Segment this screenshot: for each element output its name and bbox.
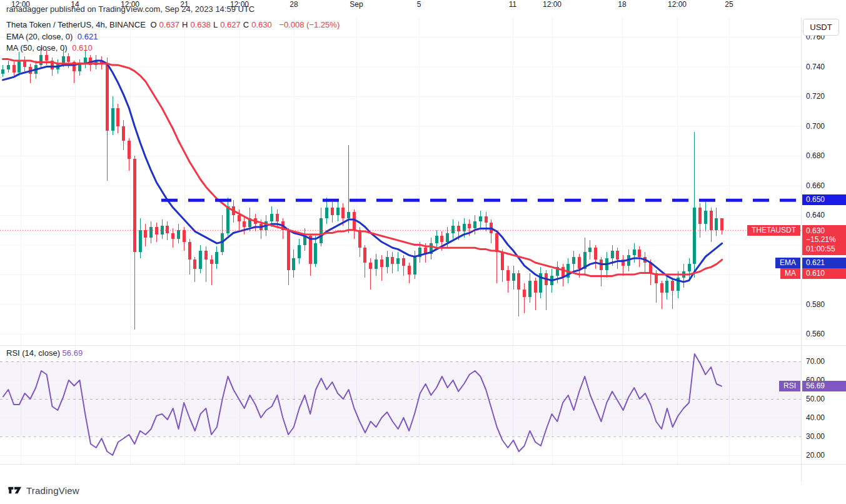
axis-tick-label: 12:00 (533, 0, 571, 9)
symbol-title: Theta Token / TetherUS, 4h, BINANCE (6, 20, 146, 29)
axis-tick-label: 0.560 (806, 330, 825, 338)
tradingview-published-chart: ranadagger published on TradingView.com,… (0, 0, 846, 504)
axis-tick-label: 12:00 (2, 0, 39, 9)
ma-axis-tag: MA (780, 268, 800, 279)
ohlc-letter: H (182, 20, 188, 29)
resistance-level-price-badge: 0.650 (802, 194, 846, 205)
currency-unit-button[interactable]: USDT (803, 19, 839, 36)
ema-indicator-value: 0.621 (78, 32, 98, 41)
axis-tick-label: 0.680 (806, 151, 825, 160)
axis-tick-label: 0.580 (806, 300, 825, 309)
axis-tick-label: 0.720 (806, 92, 825, 101)
rsi-indicator-label: RSI (14, close) (6, 348, 60, 358)
ohlc-values: O0.637H0.638L0.627C0.630 (150, 20, 274, 29)
ma-indicator-label: MA (50, close, 0) (6, 43, 68, 53)
tradingview-logo-icon (8, 484, 23, 496)
ohlc-letter: C (243, 20, 249, 29)
rsi-legend-row[interactable]: RSI (14, close) 56.69 (6, 348, 83, 358)
last-price-value: 0.630 (806, 226, 846, 236)
axis-tick-label: Sep (338, 0, 375, 9)
brand-name: TradingView (26, 485, 79, 496)
rsi-indicator-value: 56.69 (63, 348, 83, 358)
axis-tick-label: 40.00 (806, 413, 825, 422)
legend-ema-row[interactable]: EMA (20, close, 0) 0.621 (6, 31, 342, 43)
axis-tick-label: 21 (166, 0, 203, 9)
ohlc-number: 0.630 (251, 20, 272, 29)
axis-tick-label: 12:00 (658, 0, 696, 9)
bar-countdown: 01:00:55 (806, 244, 846, 254)
legend-symbol-row[interactable]: Theta Token / TetherUS, 4h, BINANCE O0.6… (6, 19, 342, 31)
last-price-badge: 0.630 −15.21% 01:00:55 (802, 225, 846, 255)
last-price-change-pct: −15.21% (806, 235, 846, 244)
axis-tick-label: 0.660 (806, 181, 825, 190)
legend-ma-row[interactable]: MA (50, close, 0) 0.610 (6, 43, 342, 54)
axis-tick-label: 18 (603, 0, 641, 9)
axis-tick-label: 28 (275, 0, 313, 9)
chart-legend: Theta Token / TetherUS, 4h, BINANCE O0.6… (6, 19, 342, 54)
ohlc-letter: L (213, 20, 218, 29)
ohlc-number: 0.638 (190, 20, 211, 29)
axis-tick-label: 70.00 (806, 357, 825, 366)
rsi-axis-value-badge: 56.69 (802, 381, 846, 391)
ohlc-letter: O (150, 20, 156, 29)
ma-axis-value-badge: 0.610 (802, 268, 846, 279)
ohlc-number: 0.627 (220, 20, 241, 29)
axis-tick-label: 0.640 (806, 211, 825, 219)
axis-tick-label: 50.00 (806, 395, 825, 403)
axis-tick-label: 0.740 (806, 63, 825, 71)
axis-tick-label: 0.700 (806, 122, 825, 131)
ema-axis-tag: EMA (775, 258, 800, 268)
ohlc-number: 0.637 (159, 20, 180, 29)
ema-axis-value-badge: 0.621 (802, 258, 846, 268)
tradingview-brand-link[interactable]: TradingView (8, 484, 79, 496)
axis-tick-label: 20.00 (806, 451, 825, 460)
price-chart-canvas[interactable] (0, 0, 846, 504)
axis-tick-label: 5 (400, 0, 438, 9)
symbol-price-tag: THETAUSDT (747, 225, 800, 236)
rsi-axis-tag: RSI (779, 381, 800, 391)
axis-tick-label: 12:00 (221, 0, 258, 9)
ema-indicator-label: EMA (20, close, 0) (6, 32, 73, 41)
axis-tick-label: 11 (494, 0, 531, 9)
ma-indicator-value: 0.610 (72, 43, 93, 53)
change-value: −0.008 (−1.25%) (279, 20, 340, 29)
axis-tick-label: 12:00 (111, 0, 149, 9)
axis-tick-label: 30.00 (806, 432, 825, 441)
axis-tick-label: 25 (710, 0, 748, 9)
axis-tick-label: 14 (56, 0, 94, 9)
